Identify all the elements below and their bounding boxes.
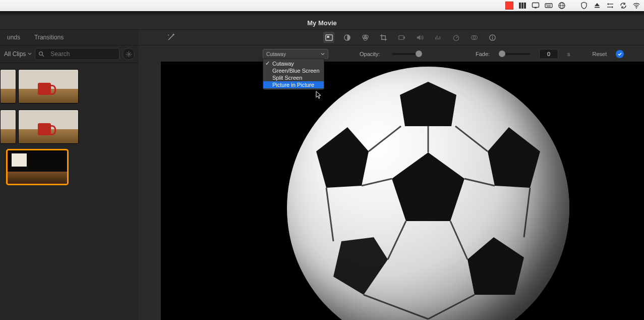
shield-icon[interactable]	[579, 1, 589, 10]
svg-line-62	[450, 221, 467, 259]
globe-icon[interactable]	[557, 1, 566, 10]
speed-button[interactable]	[450, 32, 461, 43]
search-icon	[38, 51, 44, 57]
reset-button[interactable]: Reset	[593, 51, 607, 57]
svg-rect-1	[521, 3, 523, 9]
macos-menubar	[0, 0, 644, 12]
viewer-area: Cutaway Cutaway Green/Blue Screen Split …	[139, 29, 644, 320]
fade-label: Fade:	[476, 51, 491, 57]
svg-rect-38	[398, 35, 403, 39]
svg-rect-33	[327, 36, 329, 38]
clips-filter-popup[interactable]: All Clips	[4, 50, 32, 58]
svg-rect-5	[545, 4, 552, 8]
toggles-icon[interactable]	[606, 1, 615, 10]
fade-slider[interactable]	[500, 53, 530, 55]
svg-line-64	[524, 188, 530, 237]
cursor-icon	[316, 91, 323, 99]
svg-line-59	[369, 126, 401, 151]
svg-rect-9	[550, 5, 551, 5]
crop-button[interactable]	[378, 32, 389, 43]
svg-line-65	[326, 188, 333, 241]
menu-item-picture-in-picture[interactable]: Picture in Picture	[263, 81, 324, 88]
wifi-icon[interactable]	[632, 1, 641, 10]
svg-rect-0	[519, 3, 521, 9]
menu-item-green-blue-screen[interactable]: Green/Blue Screen	[263, 67, 324, 74]
color-correction-button[interactable]	[360, 32, 371, 43]
eject-icon[interactable]	[593, 1, 602, 10]
svg-line-27	[127, 52, 127, 52]
svg-line-31	[168, 35, 173, 40]
svg-marker-52	[400, 82, 456, 126]
svg-line-60	[464, 179, 495, 186]
svg-rect-8	[549, 5, 549, 5]
svg-point-20	[39, 52, 43, 56]
info-button[interactable]	[487, 32, 498, 43]
overlay-controls: Cutaway Cutaway Green/Blue Screen Split …	[139, 45, 644, 63]
svg-rect-14	[595, 7, 600, 8]
opacity-label: Opacity:	[360, 51, 383, 57]
svg-line-44	[456, 36, 457, 38]
opacity-slider[interactable]	[392, 53, 422, 55]
svg-marker-51	[392, 152, 464, 221]
preview-viewer[interactable]	[161, 62, 644, 320]
enhance-button[interactable]	[166, 32, 176, 42]
apply-button[interactable]	[616, 50, 624, 58]
menu-item-split-screen[interactable]: Split Screen	[263, 74, 324, 81]
clip-thumbnail[interactable]	[18, 110, 79, 144]
svg-marker-53	[488, 127, 540, 188]
svg-point-49	[492, 35, 493, 36]
svg-marker-54	[467, 237, 524, 295]
color-balance-button[interactable]	[341, 32, 353, 43]
svg-line-28	[130, 56, 131, 56]
svg-line-67	[364, 295, 428, 319]
svg-rect-10	[547, 6, 551, 7]
noise-reduction-button[interactable]	[432, 32, 443, 43]
fade-value-field[interactable]: 0	[539, 49, 558, 59]
svg-marker-55	[333, 237, 388, 295]
svg-line-30	[130, 52, 131, 52]
sync-icon[interactable]	[619, 1, 628, 10]
svg-point-17	[611, 6, 613, 8]
gear-icon	[126, 51, 132, 58]
rec-indicator-icon	[505, 1, 514, 10]
check-icon	[617, 51, 622, 57]
keyboard-icon[interactable]	[544, 1, 553, 10]
svg-rect-3	[533, 3, 539, 8]
display-icon[interactable]	[531, 1, 540, 10]
svg-point-15	[607, 3, 609, 5]
tab-backgrounds-partial[interactable]: unds	[0, 30, 27, 45]
svg-rect-4	[535, 8, 537, 8]
clip-filter-button[interactable]	[469, 32, 480, 43]
browser-settings-button[interactable]	[123, 48, 135, 60]
clip-thumbnail-selected[interactable]	[7, 150, 68, 184]
layout-icon[interactable]	[518, 1, 527, 10]
clip-thumbnail[interactable]	[18, 69, 79, 103]
volume-button[interactable]	[414, 32, 425, 43]
search-input[interactable]: Search	[35, 48, 120, 60]
media-browser: unds Transitions All Clips Search	[0, 29, 139, 320]
stabilization-button[interactable]	[396, 32, 407, 43]
svg-line-66	[428, 295, 475, 319]
svg-rect-2	[524, 3, 526, 9]
svg-marker-56	[316, 127, 369, 188]
tab-transitions[interactable]: Transitions	[27, 30, 71, 45]
library-tabs: unds Transitions	[0, 29, 139, 45]
chevron-down-icon	[321, 52, 325, 56]
svg-rect-7	[548, 5, 548, 5]
svg-point-19	[636, 8, 637, 9]
clip-thumbnail[interactable]	[0, 69, 16, 103]
svg-rect-6	[546, 5, 547, 5]
svg-rect-50	[492, 37, 492, 39]
video-overlay-button[interactable]	[323, 32, 334, 43]
overlay-mode-select[interactable]: Cutaway	[263, 49, 328, 59]
svg-line-61	[362, 179, 392, 186]
menu-item-cutaway[interactable]: Cutaway	[263, 60, 324, 67]
svg-line-63	[388, 221, 406, 259]
clip-thumbnail[interactable]	[0, 110, 16, 144]
project-title: My Movie	[0, 16, 644, 29]
fade-unit: s	[567, 51, 570, 57]
svg-line-58	[455, 126, 488, 151]
imovie-window: My Movie unds Transitions All Clips Sear…	[0, 11, 644, 320]
overlay-mode-menu: Cutaway Green/Blue Screen Split Screen P…	[263, 59, 324, 90]
svg-line-21	[42, 55, 44, 57]
